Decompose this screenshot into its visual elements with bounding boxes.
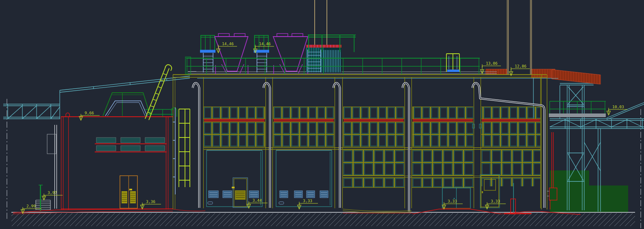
blue-cap [447, 70, 459, 72]
hoist-frame-2 [254, 35, 269, 72]
facade-red-band [204, 119, 540, 122]
elevation-value: 3,44 [252, 198, 262, 203]
louver-vent [307, 191, 315, 198]
access-ladder [203, 53, 213, 72]
blue-cap [200, 50, 215, 53]
elevation-value: 3,33 [491, 199, 500, 203]
elevation-value: 14,46 [259, 41, 271, 46]
elevation-value: 12,86 [515, 64, 527, 68]
annex-building [47, 113, 173, 210]
right-platform-railing [549, 101, 606, 117]
exhaust-stacks-left [315, 0, 327, 45]
gate-pull-handle [279, 202, 284, 204]
elevation-value: 9,66 [85, 111, 94, 115]
elevation-value: 2,99 [26, 204, 36, 208]
elevation-value: 3,33 [303, 198, 312, 203]
elevation-value: 13,06 [486, 61, 498, 65]
ground-hatch [11, 212, 635, 226]
louver-vent [209, 191, 218, 198]
corrugated-roof-right [486, 69, 600, 84]
right-platform-deck [549, 113, 606, 117]
elevation-marker: 3,97 [42, 190, 63, 200]
louver-vent [320, 191, 328, 198]
exhaust-stacks-right [507, 0, 532, 74]
door-handle [232, 187, 235, 188]
elevation-marker: 3,33 [442, 199, 463, 209]
wall-caged-ladder [173, 107, 190, 194]
elevation-marker: 3,33 [485, 199, 506, 209]
hopper-1 [215, 34, 248, 72]
gate-pull-handle [208, 202, 213, 204]
louver-vent [223, 191, 232, 198]
elevation-value: 10,03 [612, 105, 624, 109]
personnel-door-bay1 [232, 178, 248, 207]
embankment-green-area [550, 170, 628, 212]
elevation-drawing: 14,4614,4613,0612,8610,039,663,972,993,3… [0, 0, 644, 229]
annex-roof-frame [103, 65, 177, 120]
elevation-value: 14,46 [222, 41, 234, 46]
rooftop-corrugated-unit [306, 35, 356, 72]
hoist-frame-1 [200, 35, 215, 72]
left-conveyor-truss [3, 76, 190, 119]
louver-vent [249, 191, 259, 198]
elevation-value: 3,33 [448, 199, 457, 203]
green-pipe-elbow [171, 108, 177, 117]
elevation-marker: 9,66 [79, 111, 100, 120]
elevation-marker: 3,33 [298, 198, 318, 209]
annex-windows [95, 137, 167, 152]
cad-viewport: 14,4614,4613,0612,8610,039,663,972,993,3… [0, 0, 644, 229]
elevation-value: 3,97 [48, 190, 57, 195]
downpipe-gooseneck [333, 83, 340, 208]
hopper-2 [273, 34, 308, 72]
barrier-post [504, 183, 531, 214]
elevation-marker: 12,86 [509, 64, 530, 76]
door-handle [482, 191, 483, 193]
downpipe-gooseneck [193, 83, 199, 208]
conveyor-hood [105, 101, 147, 116]
downpipe-gooseneck [402, 83, 409, 212]
roof-pipe-stub [66, 113, 70, 117]
double-door-bay4 [442, 188, 470, 209]
elevation-marker: 3,36 [141, 199, 161, 209]
louver-vent [280, 191, 288, 198]
annex-double-door [120, 176, 137, 208]
roof-ladder-cage [446, 54, 459, 72]
door-handle [129, 189, 132, 190]
elevation-value: 3,36 [146, 199, 155, 204]
annex-downpipe [47, 125, 57, 209]
louver-vent [294, 191, 302, 198]
elevation-marker: 14,46 [217, 41, 237, 53]
pilaster-clip [479, 124, 481, 128]
